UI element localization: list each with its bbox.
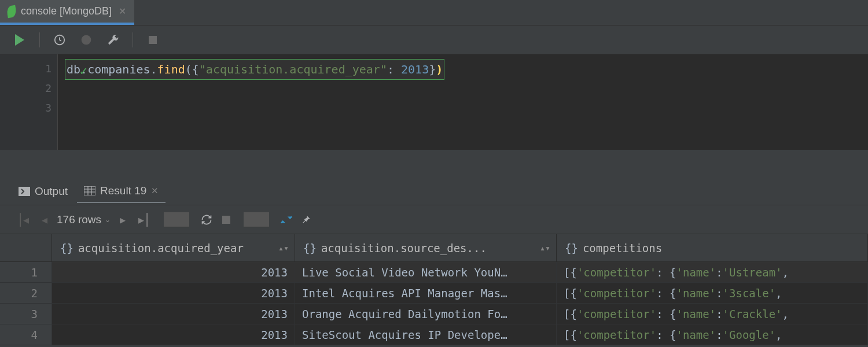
- chevron-down-icon: ⌄: [105, 216, 111, 224]
- column-header-acquired-year[interactable]: {} acquisition.acquired_year ▴▾: [52, 234, 295, 261]
- stop-icon: [149, 36, 157, 44]
- table-row[interactable]: 22013Intel Acquires API Manager Mas…[{'c…: [0, 283, 868, 304]
- result-toolbar: ⎮◂ ◂ 176 rows ⌄ ▸ ▸⎮: [0, 205, 868, 234]
- editor-tab-strip: console [MongoDB] ✕: [0, 0, 868, 25]
- tab-label: console [MongoDB]: [21, 5, 112, 17]
- row-number-header: [0, 234, 52, 261]
- output-icon: [19, 187, 30, 196]
- tab-console-mongodb[interactable]: console [MongoDB] ✕: [0, 0, 134, 25]
- separator: [164, 212, 189, 227]
- row-number: 4: [0, 324, 52, 345]
- reload-button[interactable]: [200, 213, 214, 227]
- row-number: 1: [0, 262, 52, 282]
- cell-competitions[interactable]: [{'competitor': {'name': '3scale',: [557, 283, 868, 303]
- line-number: 1 ✓: [0, 59, 52, 79]
- cell-competitions[interactable]: [{'competitor': {'name': 'Crackle',: [557, 304, 868, 324]
- play-icon: [15, 34, 24, 46]
- grid-body: 12013Live Social Video Network YouN…[{'c…: [0, 262, 868, 345]
- stop-result-button: [219, 213, 233, 227]
- editor-toolbar: [0, 25, 868, 54]
- cell-desc[interactable]: SiteScout Acquires IP Develope…: [295, 324, 557, 345]
- svg-point-1: [82, 35, 91, 45]
- last-page-button[interactable]: ▸⎮: [135, 213, 153, 227]
- cell-year[interactable]: 2013: [52, 304, 295, 324]
- output-label: Output: [35, 185, 68, 198]
- code-area[interactable]: db.companies.find({"acquisition.acquired…: [58, 54, 868, 150]
- run-button[interactable]: [13, 33, 27, 47]
- mongodb-leaf-icon: [6, 5, 17, 17]
- cell-desc[interactable]: Orange Acquired Dailymotion Fo…: [295, 304, 557, 324]
- line-number: 3: [0, 98, 52, 118]
- table-icon: [84, 186, 95, 195]
- code-editor[interactable]: 1 ✓ 2 3 db.companies.find({"acquisition.…: [0, 54, 868, 150]
- result-label: Result 19: [100, 184, 146, 197]
- param-button: [79, 33, 93, 47]
- wrench-icon: [106, 34, 119, 46]
- grid-header-row: {} acquisition.acquired_year ▴▾ {} acqui…: [0, 234, 868, 262]
- next-page-button[interactable]: ▸: [116, 213, 129, 227]
- cell-desc[interactable]: Intel Acquires API Manager Mas…: [295, 283, 557, 303]
- submit-icon: [280, 213, 293, 226]
- pin-icon: [300, 214, 312, 226]
- cell-desc[interactable]: Live Social Video Network YouN…: [295, 262, 557, 282]
- line-number: 2: [0, 79, 52, 98]
- row-count-dropdown[interactable]: 176 rows ⌄: [57, 213, 111, 226]
- cell-competitions[interactable]: [{'competitor': {'name': 'Google',: [557, 324, 868, 345]
- svg-rect-3: [84, 186, 95, 195]
- panel-tab-strip: Output Result 19 ✕: [0, 178, 868, 205]
- stop-icon: [222, 216, 230, 224]
- history-icon: [53, 34, 66, 46]
- table-row[interactable]: 32013Orange Acquired Dailymotion Fo…[{'c…: [0, 304, 868, 324]
- check-icon: ✓: [80, 61, 87, 81]
- code-line-1: db.companies.find({"acquisition.acquired…: [65, 59, 868, 80]
- settings-button[interactable]: [106, 33, 120, 47]
- sort-icon[interactable]: ▴▾: [540, 243, 550, 253]
- object-icon: {}: [303, 242, 317, 254]
- close-icon[interactable]: ✕: [119, 6, 126, 17]
- column-header-competitions[interactable]: {} competitions: [557, 234, 868, 261]
- editor-gutter: 1 ✓ 2 3: [0, 54, 58, 150]
- separator: [133, 32, 133, 47]
- editor-gap: [0, 150, 868, 178]
- object-icon: {}: [60, 242, 73, 254]
- table-row[interactable]: 12013Live Social Video Network YouN…[{'c…: [0, 262, 868, 283]
- param-icon: [80, 34, 92, 46]
- reload-icon: [201, 214, 212, 226]
- cell-year[interactable]: 2013: [52, 262, 295, 282]
- history-button[interactable]: [53, 33, 67, 47]
- pin-button[interactable]: [299, 213, 313, 227]
- stop-button: [146, 33, 160, 47]
- prev-page-button: ◂: [38, 213, 51, 227]
- separator: [39, 32, 40, 47]
- cell-year[interactable]: 2013: [52, 283, 295, 303]
- tab-output[interactable]: Output: [12, 180, 75, 202]
- sort-icon[interactable]: ▴▾: [278, 243, 289, 253]
- cell-year[interactable]: 2013: [52, 324, 295, 345]
- row-number: 2: [0, 283, 52, 303]
- submit-button[interactable]: [279, 213, 293, 227]
- separator: [244, 212, 269, 227]
- results-grid: {} acquisition.acquired_year ▴▾ {} acqui…: [0, 234, 868, 345]
- object-icon: {}: [565, 242, 578, 254]
- row-number: 3: [0, 304, 52, 324]
- close-icon[interactable]: ✕: [151, 186, 159, 196]
- tab-result[interactable]: Result 19 ✕: [77, 180, 165, 203]
- first-page-button: ⎮◂: [14, 213, 32, 227]
- column-header-source-desc[interactable]: {} acquisition.source_des... ▴▾: [295, 234, 557, 261]
- cell-competitions[interactable]: [{'competitor': {'name': 'Ustream',: [557, 262, 868, 282]
- table-row[interactable]: 42013SiteScout Acquires IP Develope…[{'c…: [0, 324, 868, 345]
